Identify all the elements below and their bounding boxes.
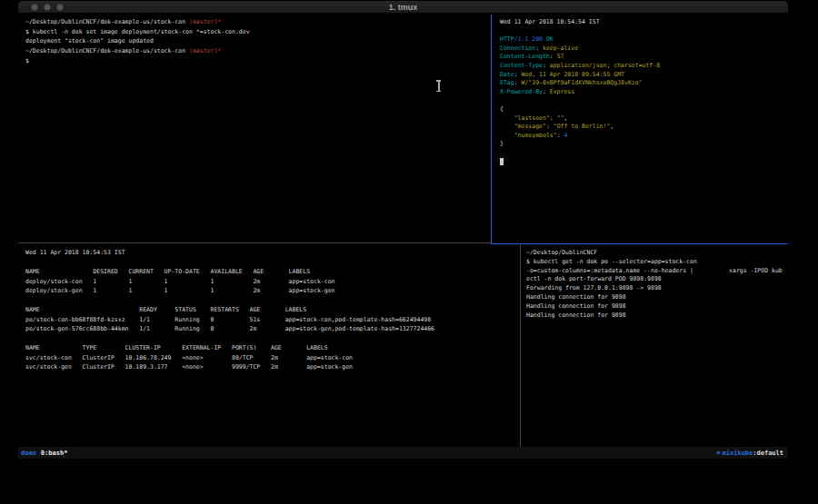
mouse-ibeam-cursor bbox=[435, 80, 442, 92]
tmux-window-tab[interactable]: 0:bash* bbox=[41, 450, 68, 457]
kubernetes-icon: ☸ bbox=[716, 450, 720, 457]
minimize-button[interactable] bbox=[44, 4, 51, 11]
pane-divider-horizontal-active[interactable] bbox=[492, 243, 788, 244]
pane-bottom-right-port-forward[interactable]: ~/Desktop/DublinCNCF$ kubectl get -n dok… bbox=[521, 244, 788, 447]
pane-divider-vertical[interactable] bbox=[520, 244, 521, 447]
status-left: demo0:bash* bbox=[21, 450, 67, 457]
traffic-lights bbox=[31, 4, 64, 11]
pane-top-right-http-response[interactable]: Wed 11 Apr 2018 10:54:54 IST HTTP/1.1 20… bbox=[492, 15, 788, 243]
kube-context: minikube bbox=[723, 450, 753, 457]
status-right: ☸minikube:default bbox=[716, 450, 783, 457]
window-title: 1. tmux bbox=[18, 1, 788, 14]
zoom-button[interactable] bbox=[56, 4, 64, 11]
tmux-status-bar: demo0:bash* ☸minikube:default bbox=[18, 447, 788, 459]
pane-bottom-left-kubectl-get[interactable]: Wed 11 Apr 2018 10:54:53 IST NAME DESIRE… bbox=[18, 243, 520, 447]
terminal-window: 1. tmux ~/Desktop/DublinCNCF/dok-example… bbox=[18, 1, 788, 459]
window-titlebar: 1. tmux bbox=[18, 1, 788, 14]
pane-top-left-shell[interactable]: ~/Desktop/DublinCNCF/dok-example-us/stoc… bbox=[18, 15, 491, 242]
close-button[interactable] bbox=[31, 4, 38, 11]
tmux-panes-area: ~/Desktop/DublinCNCF/dok-example-us/stoc… bbox=[18, 15, 788, 447]
kube-namespace: :default bbox=[753, 450, 783, 457]
pane-divider-horizontal[interactable] bbox=[18, 242, 491, 243]
tmux-session-name: demo bbox=[21, 450, 36, 457]
pane-divider-vertical-active[interactable] bbox=[491, 15, 492, 244]
